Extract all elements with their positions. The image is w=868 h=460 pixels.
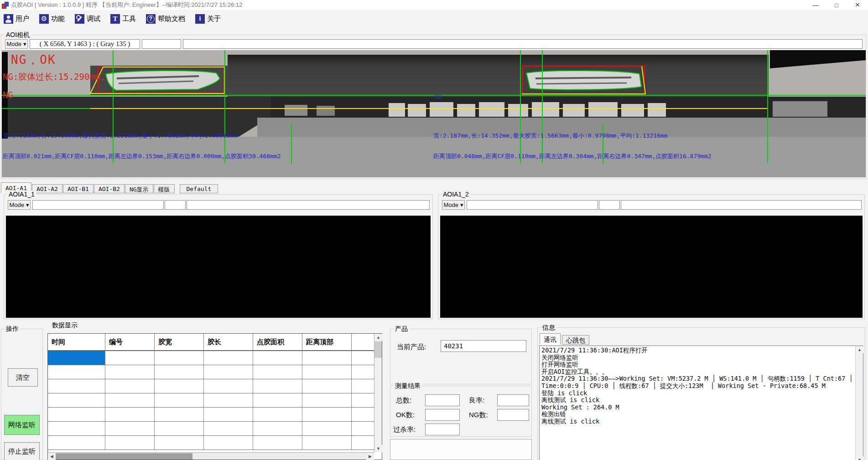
table-cell[interactable] [155,408,204,422]
table-cell[interactable] [302,351,352,365]
column-header-length[interactable]: 胶长 [204,334,253,350]
table-row[interactable] [48,365,382,379]
table-cell[interactable] [204,393,253,408]
scroll-down-icon[interactable]: ▼ [374,445,382,452]
table-row[interactable] [48,408,382,422]
table-cell[interactable] [352,408,374,422]
aoia1-1-field-1[interactable] [32,200,164,210]
scroll-up-icon[interactable]: ▲ [374,334,382,341]
table-cell[interactable] [105,393,155,408]
camera-field-wide[interactable] [183,39,863,49]
table-cell[interactable] [204,422,253,436]
table-cell[interactable] [105,365,155,379]
aoia1-2-image-canvas[interactable] [440,216,863,318]
network-listen-button[interactable]: 网络监听 [4,415,40,435]
camera-image-view[interactable]: NG，OK NG:胶体过长:15.290mm, NG OK 宽:2.215mm,… [2,50,866,177]
aoia1-2-field-2[interactable] [599,200,620,210]
aoia1-2-mode-dropdown[interactable]: Mode▾ [442,200,465,210]
table-cell[interactable] [105,351,155,365]
tab-communication[interactable]: 通讯 [540,333,561,345]
table-cell[interactable] [204,351,253,365]
table-cell[interactable] [302,408,352,422]
column-header-width[interactable]: 胶宽 [155,334,204,350]
column-header-top-distance[interactable]: 距离顶部 [302,334,352,350]
table-horizontal-scrollbar[interactable]: ◀ ▶ [48,452,374,460]
table-cell[interactable] [253,365,302,379]
toolbar-item-debug[interactable]: 调试 [75,14,100,24]
stop-listen-button[interactable]: 停止监听 [4,442,40,460]
table-cell[interactable] [302,393,352,408]
scroll-down-icon[interactable]: ▼ [856,456,863,460]
table-cell[interactable] [105,422,155,436]
overkill-rate-field[interactable] [425,424,460,435]
table-cell[interactable] [352,393,374,408]
table-cell[interactable] [253,379,302,393]
yield-rate-field[interactable] [497,394,529,406]
table-row[interactable] [48,422,382,436]
aoia1-1-mode-dropdown[interactable]: Mode▾ [8,200,31,210]
table-cell[interactable] [352,379,374,393]
total-count-field[interactable] [425,394,460,406]
table-cell[interactable] [155,379,204,393]
table-cell[interactable] [105,436,155,450]
aoia1-1-image-canvas[interactable] [6,216,431,318]
table-cell[interactable] [48,408,105,422]
table-cell[interactable] [253,408,302,422]
table-cell[interactable] [352,351,374,365]
table-cell[interactable] [302,379,352,393]
table-row[interactable] [48,436,382,450]
table-cell[interactable] [352,422,374,436]
toolbar-item-functions[interactable]: ⚙ 功能 [39,14,65,24]
table-cell[interactable] [253,393,302,408]
table-cell[interactable] [155,351,204,365]
table-cell[interactable] [48,436,105,450]
selected-table-cell[interactable] [48,351,105,365]
aoia1-2-field-1[interactable] [467,200,598,210]
table-cell[interactable] [253,422,302,436]
aoia1-1-field-3[interactable] [187,200,430,210]
scroll-left-icon[interactable]: ◀ [48,453,56,460]
camera-field-small[interactable] [142,39,181,49]
table-cell[interactable] [352,436,374,450]
table-cell[interactable] [302,436,352,450]
tab-aoi-b1[interactable]: AOI-B1 [63,184,94,193]
scroll-up-icon[interactable]: ▲ [856,346,863,353]
toolbar-item-user[interactable]: 用户 [4,14,29,24]
column-header-id[interactable]: 编号 [105,334,155,350]
table-cell[interactable] [155,365,204,379]
table-cell[interactable] [204,436,253,450]
toolbar-item-help[interactable]: ? 帮助文档 [146,14,185,24]
tab-heartbeat[interactable]: 心跳包 [562,335,589,345]
camera-mode-dropdown[interactable]: Mode▾ [5,39,28,49]
table-row[interactable] [48,379,382,393]
scroll-right-icon[interactable]: ▶ [366,453,374,460]
log-scrollbar[interactable]: ▲ ▼ [855,346,863,460]
tab-default[interactable]: Default [180,184,218,193]
table-cell[interactable] [204,408,253,422]
communication-log[interactable]: 2021/7/29 11:36:30:AOI程序打开 关闭网络监听 打开网络监听… [539,346,863,460]
table-cell[interactable] [105,408,155,422]
table-cell[interactable] [48,365,105,379]
aoia1-2-field-3[interactable] [621,200,862,210]
aoia1-1-field-2[interactable] [165,200,186,210]
table-cell[interactable] [48,422,105,436]
column-header-time[interactable]: 时间 [48,334,105,350]
tab-template[interactable]: 模版 [154,184,175,193]
table-cell[interactable] [155,436,204,450]
table-cell[interactable] [204,379,253,393]
tab-aoi-a2[interactable]: AOI-A2 [32,184,62,193]
table-cell[interactable] [48,393,105,408]
table-cell[interactable] [302,422,352,436]
table-cell[interactable] [48,379,105,393]
toolbar-item-about[interactable]: i 关于 [195,14,221,24]
maximize-button[interactable]: □ [826,0,847,10]
clear-button[interactable]: 清空 [8,368,38,387]
column-header-area[interactable]: 点胶面积 [253,334,302,350]
table-cell[interactable] [253,351,302,365]
tab-ng-display[interactable]: NG显示 [125,184,153,193]
table-cell[interactable] [155,422,204,436]
table-row[interactable] [48,351,382,365]
ok-count-field[interactable] [425,409,460,421]
ng-count-field[interactable] [497,409,529,421]
minimize-button[interactable]: — [805,0,826,10]
